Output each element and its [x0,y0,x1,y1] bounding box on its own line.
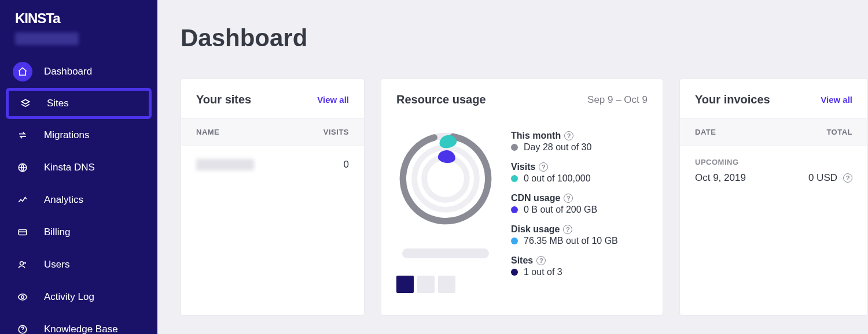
sidebar-item-label: Billing [44,227,70,238]
sidebar-item-users[interactable]: Users [0,248,157,281]
svg-point-6 [22,331,23,332]
sidebar-item-label: Knowledge Base [44,324,118,334]
sidebar-item-billing[interactable]: Billing [0,216,157,248]
resource-metrics: This month ? Day 28 out of 30 Visits ? [511,129,648,293]
invoice-amount: 0 USD ? [808,172,852,184]
metric-visits-label: Visits ? [511,162,648,172]
sidebar-item-kinsta-dns[interactable]: Kinsta DNS [0,151,157,184]
disk-bar [402,248,489,258]
svg-point-3 [20,262,24,265]
help-icon[interactable]: ? [564,194,573,203]
sidebar-item-label: Analytics [44,194,83,206]
sidebar-item-activity-log[interactable]: Activity Log [0,281,157,313]
metric-disk-label: Disk usage ? [511,224,648,235]
col-date: DATE [695,128,716,136]
page-title: Dashboard [181,24,868,52]
arrows-icon [13,125,32,145]
metric-sites-label: Sites ? [511,255,648,266]
sidebar-item-label: Activity Log [44,291,94,303]
dot-icon [511,206,518,213]
card-your-invoices: Your invoices View all DATE TOTAL UPCOMI… [679,79,868,316]
invoice-row[interactable]: Oct 9, 2019 0 USD ? [680,166,867,190]
eye-icon [13,287,32,307]
metric-this-month-value: Day 28 out of 30 [511,142,648,153]
sidebar-item-migrations[interactable]: Migrations [0,119,157,151]
invoices-upcoming-label: UPCOMING [680,146,867,166]
users-icon [13,255,32,274]
dot-icon [511,175,518,182]
sidebar-item-sites[interactable]: Sites [6,88,152,119]
metric-cdn-label: CDN usage ? [511,193,648,203]
sidebar-item-dashboard[interactable]: Dashboard [0,55,157,88]
metric-disk-value: 76.35 MB out of 10 GB [511,236,648,246]
dot-icon [511,237,518,244]
sidebar-item-knowledge-base[interactable]: Knowledge Base [0,313,157,334]
help-icon[interactable]: ? [843,173,852,183]
dot-icon [511,269,518,276]
invoice-date: Oct 9, 2019 [695,172,746,184]
card-title: Resource usage [396,93,486,106]
sidebar-item-label: Users [44,259,69,270]
view-all-sites-link[interactable]: View all [317,95,349,105]
help-icon[interactable]: ? [539,162,548,172]
metric-visits-value: 0 out of 100,000 [511,173,648,184]
help-icon[interactable]: ? [536,256,546,265]
site-row[interactable]: 0 [181,146,364,183]
info-icon [13,320,32,334]
company-name-redacted [15,32,79,45]
card-title: Your sites [196,93,251,106]
brand-logo: KINSTa [0,10,157,31]
invoices-table-header: DATE TOTAL [680,118,867,146]
site-visits-value: 0 [344,159,349,170]
col-total: TOTAL [826,128,852,136]
col-name: NAME [196,128,219,136]
dot-icon [511,144,518,151]
card-resource-usage: Resource usage Sep 9 – Oct 9 [381,79,663,316]
metric-this-month-label: This month ? [511,131,648,141]
date-range: Sep 9 – Oct 9 [587,94,648,106]
layers-icon [16,94,35,113]
sidebar: KINSTa Dashboard Sites Migrations Kinsta… [0,0,157,334]
sidebar-item-label: Migrations [44,129,89,141]
sites-table-header: NAME VISITS [181,118,364,146]
col-visits: VISITS [323,128,349,136]
sidebar-item-analytics[interactable]: Analytics [0,184,157,216]
cards-row: Your sites View all NAME VISITS 0 Resour… [181,79,868,316]
card-icon [13,222,32,242]
help-icon[interactable]: ? [563,225,572,234]
svg-point-4 [21,296,24,299]
sidebar-item-label: Kinsta DNS [44,162,95,173]
svg-point-10 [424,157,467,200]
card-title: Your invoices [695,93,770,106]
sites-squares [396,276,455,293]
svg-text:KINSTa: KINSTa [15,10,61,26]
metric-sites-value: 1 out of 3 [511,267,648,277]
help-icon[interactable]: ? [564,131,573,140]
view-all-invoices-link[interactable]: View all [821,95,852,105]
chart-icon [13,190,32,210]
metric-cdn-value: 0 B out of 200 GB [511,205,648,215]
main-content: Dashboard Your sites View all NAME VISIT… [157,0,868,334]
donut-chart [396,129,495,228]
sidebar-item-label: Dashboard [44,66,92,77]
resource-charts [396,129,495,293]
site-name-redacted [196,159,254,170]
globe-icon [13,158,32,177]
sidebar-item-label: Sites [47,98,69,109]
card-your-sites: Your sites View all NAME VISITS 0 [181,79,365,316]
home-icon [13,62,32,81]
